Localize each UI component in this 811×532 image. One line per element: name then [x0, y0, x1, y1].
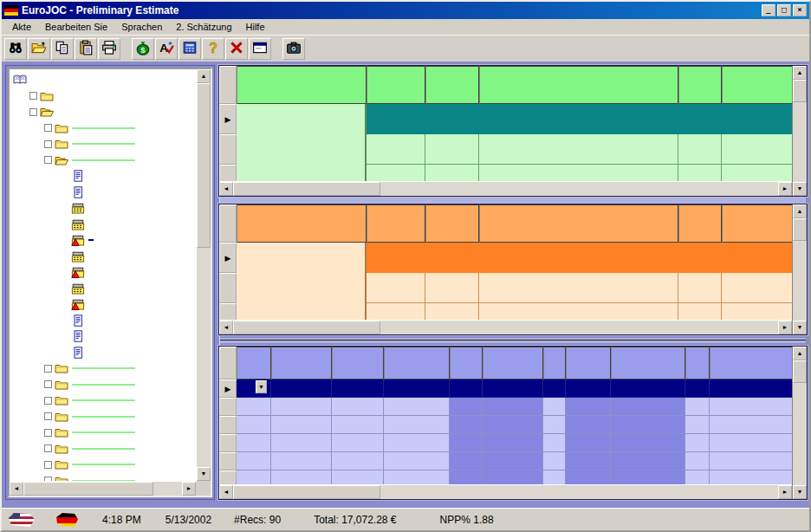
grid-cell-kont[interactable] — [685, 470, 710, 484]
grid-cell-preis[interactable] — [483, 416, 543, 434]
grid-cell-teilung[interactable] — [367, 243, 425, 273]
tree-item-sec-06-03-ausbau-und-e[interactable] — [13, 360, 196, 377]
scroll-left-icon[interactable]: ◄ — [219, 321, 233, 334]
scroll-up-icon[interactable]: ▲ — [793, 66, 807, 80]
column-header-teilung[interactable] — [367, 66, 425, 104]
grid-cell-menge[interactable] — [611, 470, 685, 484]
table-row[interactable] — [237, 452, 792, 470]
expand-toggle-icon[interactable] — [44, 412, 52, 420]
grid-horizontal-scrollbar[interactable]: ◄► — [219, 320, 792, 334]
column-header-teilung[interactable] — [271, 347, 332, 380]
grid-cell-upb[interactable] — [237, 398, 271, 416]
scrollbar-thumb[interactable] — [233, 321, 380, 334]
spellcheck-button[interactable]: A — [155, 38, 178, 60]
tree-item-grp-06-02-07-zuschla[interactable] — [13, 264, 196, 281]
grid-cell-gruppe[interactable] — [425, 134, 479, 165]
column-header-gruppe[interactable] — [332, 347, 384, 380]
grid-cell-preis[interactable] — [483, 380, 543, 398]
column-header-um[interactable] — [678, 204, 722, 243]
delete-button[interactable] — [225, 38, 248, 60]
grid-cell-faktor[interactable] — [566, 398, 611, 416]
grid-cell-beschreibung[interactable] — [479, 104, 678, 134]
column-header-teilung[interactable] — [367, 204, 425, 243]
minimize-button[interactable]: _ — [762, 4, 775, 16]
grid-cell-quantitaet[interactable] — [384, 398, 450, 416]
grid-cell-beschreibung[interactable] — [479, 243, 678, 273]
grid-cell-um[interactable] — [678, 303, 722, 320]
record-selector[interactable] — [219, 165, 237, 181]
grid-cell-beschreibung[interactable] — [479, 134, 678, 165]
menu-item-hilfe[interactable]: Hilfe — [239, 20, 272, 34]
grid-cell-quantitaet[interactable] — [384, 452, 450, 470]
column-header-menge[interactable] — [611, 347, 685, 380]
camera-button[interactable] — [282, 38, 305, 60]
record-selector[interactable]: ▶ — [219, 380, 237, 398]
grid-horizontal-scrollbar[interactable]: ◄► — [219, 484, 792, 499]
scrollbar-thumb[interactable] — [233, 182, 380, 196]
money-bag-button[interactable]: $ — [132, 38, 154, 60]
scroll-left-icon[interactable]: ◄ — [10, 482, 23, 496]
column-header-faktor[interactable] — [566, 347, 611, 380]
panel-splitter[interactable] — [219, 197, 807, 204]
table-row[interactable] — [367, 134, 792, 165]
grid-cell-quantitaet[interactable] — [384, 416, 450, 434]
expand-toggle-icon[interactable] — [44, 397, 52, 405]
form-button[interactable] — [249, 38, 271, 60]
column-header-gruppe[interactable] — [425, 204, 479, 243]
grid-cell-gruppe[interactable] — [332, 416, 384, 434]
tree-item-sec-06-02-oberboden-m[interactable] — [13, 152, 196, 169]
record-selector[interactable] — [219, 434, 237, 452]
grid-cell-notes[interactable] — [710, 398, 792, 416]
grid-cell-notes[interactable] — [710, 434, 792, 452]
record-selector[interactable] — [219, 273, 237, 303]
grid-cell-notes[interactable] — [710, 416, 792, 434]
column-header-kont[interactable] — [685, 347, 710, 380]
tree-item-sec-06-08-betonrohre-un[interactable] — [13, 441, 196, 457]
grid-cell-um[interactable] — [678, 104, 722, 134]
grid-cell-preis[interactable] — [483, 452, 543, 470]
grid-cell-um[interactable] — [678, 243, 722, 273]
menu-item-2-sch-tzung[interactable]: 2. Schätzung — [169, 20, 238, 34]
record-selector[interactable]: ▶ — [219, 243, 237, 273]
grid-cell-notes[interactable] — [710, 470, 792, 484]
scroll-up-icon[interactable]: ▲ — [793, 204, 807, 218]
column-header-beschreibung[interactable] — [479, 204, 678, 243]
grid-cell-um[interactable] — [450, 470, 483, 484]
grid-cell-menge[interactable] — [611, 434, 685, 452]
grid-cell-um[interactable] — [450, 452, 483, 470]
grid-cell-kont[interactable] — [685, 416, 710, 434]
grid-cell-preis[interactable] — [722, 303, 792, 320]
scrollbar-thumb[interactable] — [197, 83, 211, 248]
record-selector[interactable] — [219, 470, 237, 484]
scroll-right-icon[interactable]: ► — [778, 485, 792, 499]
grid-cell-faktor[interactable] — [566, 470, 611, 484]
grid-cell-or[interactable] — [543, 416, 566, 434]
scrollbar-thumb[interactable] — [23, 482, 153, 496]
column-header-um[interactable] — [678, 66, 722, 104]
grid-cell-um[interactable] — [450, 398, 483, 416]
help-button[interactable]: ? — [202, 38, 224, 60]
column-header-preis[interactable] — [483, 347, 543, 380]
expand-toggle-icon[interactable] — [44, 140, 52, 148]
table-row[interactable] — [367, 165, 792, 181]
table-row[interactable] — [367, 273, 792, 303]
grid-cell-teilung[interactable] — [271, 470, 332, 484]
expand-toggle-icon[interactable] — [29, 108, 37, 116]
column-header-quantitaet[interactable] — [384, 347, 450, 380]
expand-toggle-icon[interactable] — [44, 380, 52, 388]
menu-item-bearbeiten-sie[interactable]: Bearbeiten Sie — [38, 20, 114, 34]
grid-cell-menge[interactable] — [611, 398, 685, 416]
grid-cell-gruppe[interactable] — [425, 243, 479, 273]
table-row[interactable] — [367, 104, 792, 134]
close-button[interactable]: × — [793, 4, 807, 16]
grid-cell-preis[interactable] — [483, 434, 543, 452]
table-row[interactable] — [237, 470, 792, 484]
group-description-cell[interactable] — [237, 243, 367, 320]
tree-item-grp-06-02-02-gelager[interactable] — [13, 185, 196, 201]
menu-item-akte[interactable]: Akte — [5, 20, 38, 34]
maximize-button[interactable]: □ — [777, 4, 791, 16]
scroll-left-icon[interactable]: ◄ — [219, 182, 233, 196]
grid-cell-gruppe[interactable] — [332, 398, 384, 416]
column-header-preis[interactable] — [722, 66, 792, 104]
grid-cell-gruppe[interactable] — [332, 380, 384, 398]
